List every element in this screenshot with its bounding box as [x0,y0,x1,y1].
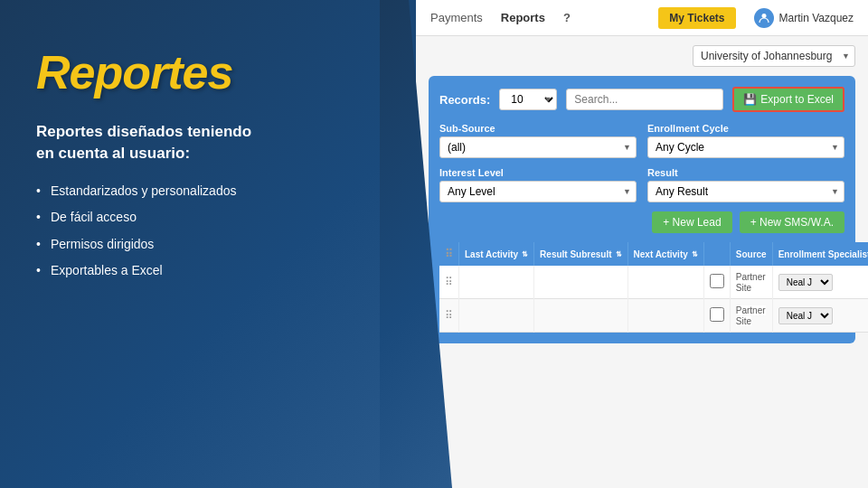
new-lead-button[interactable]: + New Lead [652,211,731,233]
page-title: Reportes [36,45,380,99]
cell-drag-2[interactable]: ⠿ [439,299,459,333]
cell-result-1 [534,266,627,299]
cell-next-activity-1 [627,266,703,299]
col-enrollment-specialist[interactable]: Enrollment Specialist ⇅ [772,242,868,266]
cell-source-1: Partner Site [730,266,772,299]
university-select-wrapper[interactable]: University of Johannesburg [693,45,855,67]
university-select[interactable]: University of Johannesburg [693,45,855,67]
col-last-activity[interactable]: Last Activity ⇅ [459,242,534,266]
app-window: Payments Reports ? My Tickets Martin Vaz… [416,0,868,488]
export-label: Export to Excel [760,93,834,106]
cell-specialist-2[interactable]: Neal J [772,299,868,333]
action-row: + New Lead + New SMS/W.A. [439,211,844,233]
table-header-row: ⠿ Last Activity ⇅ Result Subresult [439,242,868,266]
my-tickets-button[interactable]: My Tickets [658,7,735,29]
cell-checkbox-1[interactable] [703,266,730,299]
sort-icon-last-activity: ⇅ [522,250,528,258]
cell-next-activity-2 [627,299,703,333]
bullet-list: Estandarizados y personalizados De fácil… [36,183,380,280]
user-name: Martin Vazquez [779,12,854,24]
col-drag: ⠿ [439,242,459,266]
new-sms-button[interactable]: + New SMS/W.A. [740,211,844,233]
enrollment-cycle-label: Enrollment Cycle [647,123,844,134]
col-result[interactable]: Result Subresult ⇅ [534,242,627,266]
result-label: Result [647,167,844,178]
table-row: ⠿ Partner Site Neal J [439,299,868,333]
specialist-select-1[interactable]: Neal J [778,274,833,291]
interest-level-select[interactable]: Any Level [439,181,637,202]
cell-source-2: Partner Site [730,299,772,333]
col-next-activity[interactable]: Next Activity ⇅ [627,242,703,266]
nav-help[interactable]: ? [563,11,571,24]
university-bar: University of Johannesburg [429,45,855,67]
bullet-item-4: Exportables a Excel [36,262,380,280]
specialist-select-2[interactable]: Neal J [778,307,833,324]
user-icon [754,8,774,28]
sub-source-label: Sub-Source [439,123,637,134]
top-nav: Payments Reports ? My Tickets Martin Vaz… [416,0,868,36]
filter-row-2: Interest Level Any Level Result Any Resu… [439,167,844,202]
data-table: ⠿ Last Activity ⇅ Result Subresult [439,242,868,333]
svg-point-0 [761,14,766,18]
records-label: Records: [439,93,490,107]
export-icon: 💾 [743,93,757,106]
bullet-item-3: Permisos dirigidos [36,236,380,254]
subtitle: Reportes diseñados teniendoen cuenta al … [36,121,380,164]
records-row: Records: 10 💾 Export to Excel [439,87,844,112]
cell-checkbox-2[interactable] [703,299,730,333]
bullet-item-1: Estandarizados y personalizados [36,183,380,201]
filter-enrollment-cycle: Enrollment Cycle Any Cycle [647,123,844,158]
sort-icon-result: ⇅ [616,250,622,258]
cell-result-2 [534,299,627,333]
filter-interest-level: Interest Level Any Level [439,167,637,202]
records-select[interactable]: 10 [499,89,557,110]
filter-result: Result Any Result [647,167,844,202]
content-area: University of Johannesburg Records: 10 [416,36,868,352]
table-row: ⠿ Partner Site Neal J [439,266,868,299]
nav-reports[interactable]: Reports [501,11,545,24]
sub-source-select[interactable]: (all) [439,136,637,158]
cell-last-activity-1 [459,266,534,299]
filter-row-1: Sub-Source (all) Enrollment Cycle Any Cy… [439,123,844,158]
sort-icon-next-activity: ⇅ [692,250,698,258]
user-area: Martin Vazquez [754,8,854,28]
cell-specialist-1[interactable]: Neal J [772,266,868,299]
col-checkbox-header [703,242,730,266]
col-source: Source [730,242,772,266]
left-panel: Reportes Reportes diseñados teniendoen c… [0,0,416,488]
export-button[interactable]: 💾 Export to Excel [732,87,844,112]
bullet-item-2: De fácil acceso [36,209,380,227]
filter-sub-source: Sub-Source (all) [439,123,637,158]
main-card: Records: 10 💾 Export to Excel [429,76,855,343]
search-input[interactable] [566,89,723,110]
right-panel: Payments Reports ? My Tickets Martin Vaz… [416,0,868,488]
cell-last-activity-2 [459,299,534,333]
records-select-wrapper[interactable]: 10 [499,89,557,110]
nav-payments[interactable]: Payments [430,11,483,24]
result-select[interactable]: Any Result [647,181,844,202]
cell-drag-1[interactable]: ⠿ [439,266,459,299]
enrollment-cycle-select[interactable]: Any Cycle [647,136,844,158]
interest-level-label: Interest Level [439,167,637,178]
